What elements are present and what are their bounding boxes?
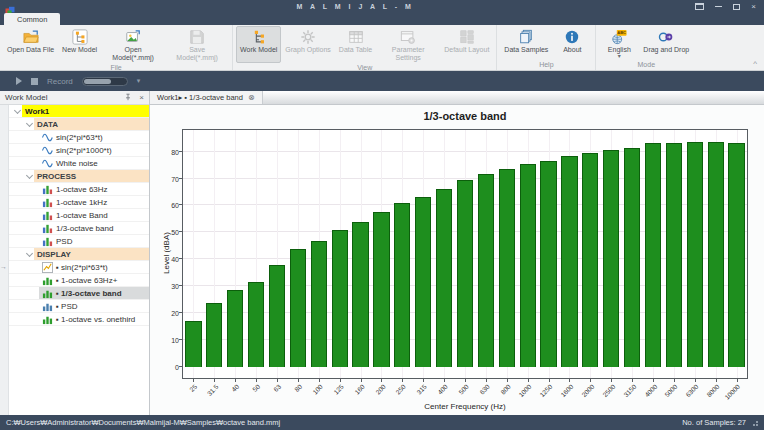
x-tick-mark: [256, 378, 257, 382]
bar: [436, 189, 452, 367]
ribbon-button-work-model[interactable]: Work Model: [236, 26, 281, 63]
ribbon-button-english[interactable]: ABCEnglish▾: [599, 26, 639, 60]
ribbon-group-label: View: [236, 63, 493, 73]
tree-root-row: Work1: [9, 105, 149, 118]
bar: [248, 282, 264, 367]
work-model-icon: [251, 28, 267, 46]
y-tick-label: 10: [160, 337, 179, 344]
x-tick-mark: [611, 378, 612, 382]
x-tick-label: 125: [332, 383, 345, 396]
x-tick-label: 160: [353, 383, 366, 396]
ribbon-button-data-table: Data Table: [335, 26, 376, 63]
document-area: Work1▸ ▪ 1/3-octave band ⊗ 1/3-octave ba…: [150, 91, 764, 415]
record-dropdown-caret-icon[interactable]: ▾: [137, 77, 141, 85]
bar: [520, 164, 536, 368]
ribbon-button-open-data-file[interactable]: Open Data File: [3, 26, 58, 63]
x-tick-label: 80: [293, 383, 303, 393]
panel-close-icon[interactable]: ×: [139, 94, 144, 102]
tree-item-label: 1/3-octave band: [56, 224, 113, 233]
x-tick-mark: [737, 378, 738, 382]
record-toggle[interactable]: [82, 77, 128, 86]
tree-item-label: 1-octave Band: [56, 211, 108, 220]
bar: [269, 265, 285, 367]
bar: [582, 153, 598, 367]
ribbon-collapse-button[interactable]: ^: [753, 60, 757, 68]
x-tick-label: 4000: [643, 383, 658, 398]
bar: [290, 249, 306, 368]
about-icon: [564, 28, 580, 46]
x-tick-mark: [277, 378, 278, 382]
ribbon-button-drag-and-drop[interactable]: Drag and Drop: [639, 26, 693, 60]
y-tick-mark: [179, 151, 183, 152]
window-style-button[interactable]: [695, 3, 704, 10]
x-tick-label: 200: [374, 383, 387, 396]
tree-item-label: ▪ 1/3-octave band: [56, 289, 122, 298]
open-data-file-icon: [23, 28, 39, 46]
bar: [624, 148, 640, 368]
resize-grip[interactable]: [752, 420, 758, 426]
sine-icon: [42, 145, 53, 156]
y-tick-label: 70: [160, 176, 179, 183]
y-tick-mark: [179, 312, 183, 313]
x-tick-mark: [465, 378, 466, 382]
ribbon-button-save-model-mmj: Save Model(*.mmj): [165, 26, 229, 63]
tree-item-label: 1-octave 1kHz: [56, 198, 107, 207]
tree-item-label: PSD: [56, 237, 72, 246]
y-tick-label: 20: [160, 310, 179, 317]
stop-button[interactable]: [31, 78, 38, 85]
ribbon-button-data-samples[interactable]: Data Samples: [500, 26, 552, 60]
x-tick-label: 100: [311, 383, 324, 396]
bars-green-icon: [42, 275, 53, 286]
window-title: M A L M I J A L - M: [15, 3, 695, 10]
chevron-down-icon[interactable]: [25, 172, 34, 181]
ribbon-button-open-model-mmj[interactable]: Open Model(*.mmj): [101, 26, 165, 63]
english-icon: ABC: [611, 28, 627, 46]
play-button[interactable]: [16, 77, 22, 85]
pin-icon[interactable]: [124, 93, 132, 103]
maximize-button[interactable]: [733, 4, 740, 10]
tree-section-process: PROCESS: [9, 170, 149, 183]
chevron-down-icon[interactable]: [25, 120, 34, 129]
x-tick-mark: [653, 378, 654, 382]
x-tick-label: 8000: [705, 383, 720, 398]
minimize-button[interactable]: [715, 6, 722, 7]
x-tick-mark: [486, 378, 487, 382]
record-label: Record: [47, 77, 73, 86]
tab-common[interactable]: Common: [4, 13, 60, 25]
app-logo-icon: [5, 2, 15, 12]
save-model-icon: [189, 28, 205, 46]
data-samples-icon: [518, 28, 534, 46]
tree-item-sin-2-pi-63-t: sin(2*pi*63*t): [9, 131, 149, 144]
parameter-settings-icon: [400, 28, 416, 46]
chevron-down-icon[interactable]: [25, 250, 34, 259]
y-tick-label: 80: [160, 149, 179, 156]
x-tick-mark: [569, 378, 570, 382]
x-tick-label: 2000: [580, 383, 595, 398]
ribbon-button-new-model[interactable]: New Model: [58, 26, 101, 63]
tree-item-label: ▪ PSD: [56, 302, 78, 311]
gutter-arrow-icon[interactable]: →: [0, 263, 7, 270]
tab-close-icon[interactable]: ⊗: [248, 93, 255, 102]
ribbon-button-about[interactable]: About: [552, 26, 592, 60]
ribbon-tab-row: Common: [0, 13, 764, 25]
x-tick-label: 63: [272, 383, 282, 393]
x-tick-label: 315: [416, 383, 429, 396]
x-tick-label: 25: [188, 383, 198, 393]
chart-area: 1/3-octave band Level (dBA) 010203040506…: [150, 105, 764, 415]
tree-item-1-3-octave-band: ▪ 1/3-octave band: [9, 287, 149, 300]
tree-section-data: DATA: [9, 118, 149, 131]
tree-item-label: 1-octave 63Hz: [56, 185, 108, 194]
panel-gutter: →: [0, 105, 9, 415]
document-tab[interactable]: Work1▸ ▪ 1/3-octave band ⊗: [150, 91, 263, 104]
ribbon-group-view: Work ModelGraph OptionsData TableParamet…: [232, 25, 496, 70]
close-button[interactable]: ×: [751, 3, 756, 11]
tree-item-psd: ▪ PSD: [9, 300, 149, 313]
tree-item-label: ▪ 1-octave 63Hz+: [56, 276, 117, 285]
x-tick-label: 250: [395, 383, 408, 396]
x-tick-mark: [674, 378, 675, 382]
ribbon-group-label: Mode: [599, 60, 693, 70]
chevron-down-icon[interactable]: [13, 107, 22, 116]
x-tick-mark: [549, 378, 550, 382]
ribbon-group-label: Help: [500, 60, 592, 70]
bar: [666, 143, 682, 367]
